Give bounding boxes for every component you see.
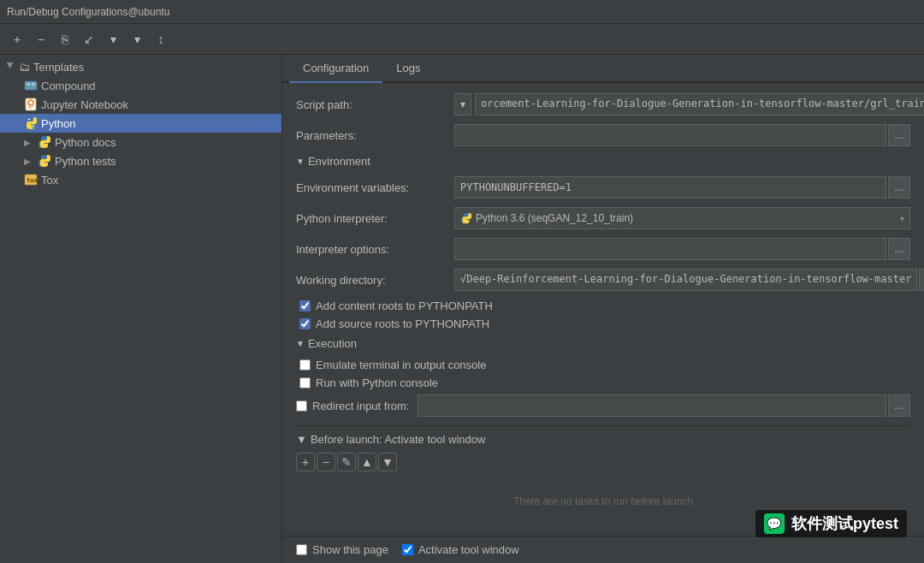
add-content-roots-checkbox[interactable]	[299, 300, 311, 311]
python-interpreter-icon	[460, 212, 472, 224]
emulate-terminal-label: Emulate terminal in output console	[316, 359, 486, 371]
script-path-dropdown[interactable]: ▾	[454, 93, 471, 116]
right-panel: Configuration Logs Script path: ▾ orceme…	[282, 55, 924, 563]
no-tasks-text: There are no tasks to run before launch	[513, 495, 693, 507]
add-source-roots-label: Add source roots to PYTHONPATH	[316, 317, 489, 330]
script-path-row: Script path: ▾ orcement-Learning-for-Dia…	[296, 93, 910, 116]
svg-rect-2	[32, 83, 35, 86]
before-launch-arrow: ▼	[296, 433, 307, 446]
tree-item-compound[interactable]: Compound	[0, 76, 281, 95]
run-python-console-label: Run with Python console	[316, 376, 438, 389]
environment-arrow: ▼	[296, 157, 305, 166]
script-path-label: Script path:	[296, 98, 454, 111]
env-vars-browse-btn[interactable]: …	[888, 176, 910, 199]
working-dir-value[interactable]: √Deep-Reinforcement-Learning-for-Dialogu…	[454, 269, 917, 291]
compound-icon	[24, 79, 38, 92]
python-interpreter-value: Python 3.6 (seqGAN_12_10_train)	[476, 212, 633, 224]
env-vars-label: Environment variables:	[296, 181, 454, 194]
tab-logs[interactable]: Logs	[382, 55, 434, 83]
script-path-value[interactable]: orcement-Learning-for-Dialogue-Generatio…	[475, 93, 924, 116]
toolbar-sort-btn[interactable]: ↕	[151, 29, 171, 50]
parameters-input-wrap: …	[454, 124, 910, 146]
tree-item-python-tests[interactable]: ▶ Python tests	[0, 151, 281, 170]
redirect-input-input[interactable]	[418, 394, 886, 417]
toolbar-add-btn[interactable]: +	[7, 29, 27, 50]
add-content-roots-label: Add content roots to PYTHONPATH	[316, 299, 493, 312]
titlebar-title: Run/Debug Configurations@ubuntu	[7, 6, 169, 18]
working-dir-row: Working directory: √Deep-Reinforcement-L…	[296, 269, 910, 291]
toolbar-back-btn[interactable]: ↙	[79, 29, 99, 50]
python-docs-label: Python docs	[55, 136, 116, 149]
svg-rect-0	[25, 81, 37, 90]
tree-item-jupyter[interactable]: Jupyter Notebook	[0, 95, 281, 114]
interpreter-options-input[interactable]	[454, 238, 886, 260]
add-source-roots-checkbox[interactable]	[299, 318, 311, 329]
interpreter-options-row: Interpreter options: …	[296, 238, 910, 260]
env-vars-input[interactable]	[454, 176, 886, 199]
before-launch-up-btn[interactable]: ▲	[358, 453, 376, 471]
tox-icon: tox	[24, 173, 38, 187]
interpreter-options-wrap: …	[454, 238, 910, 260]
execution-section-header[interactable]: ▼ Execution	[296, 337, 910, 350]
run-python-console-checkbox[interactable]	[299, 377, 311, 388]
interpreter-options-label: Interpreter options:	[296, 243, 454, 256]
toolbar: + − ⎘ ↙ ▾ ▾ ↕	[0, 24, 924, 55]
env-vars-input-wrap: …	[454, 176, 910, 199]
redirect-input-checkbox[interactable]	[296, 400, 307, 412]
environment-section-header[interactable]: ▼ Environment	[296, 155, 910, 168]
python-tests-label: Python tests	[55, 155, 116, 168]
python-docs-arrow: ▶	[24, 138, 34, 147]
python-tests-icon	[38, 154, 51, 168]
before-launch-header: ▼ Before launch: Activate tool window	[296, 433, 910, 446]
python-interpreter-row: Python interpreter: Python 3.6 (seqGAN_1…	[296, 207, 910, 229]
working-dir-browse-btn[interactable]: …	[919, 269, 924, 291]
tree-root-label: Templates	[33, 61, 84, 74]
show-page-checkbox[interactable]	[296, 544, 307, 555]
expand-arrow: ▶	[6, 62, 15, 73]
wechat-symbol: 💬	[767, 517, 781, 530]
toolbar-dropdown-btn2[interactable]: ▾	[127, 29, 147, 50]
interpreter-dropdown-arrow: ▾	[900, 214, 904, 223]
interpreter-options-browse-btn[interactable]: …	[888, 238, 910, 260]
main-layout: ▶ 🗂 Templates Compound Jupyter Notebook	[0, 55, 924, 563]
redirect-input-row: Redirect input from: …	[296, 394, 910, 417]
tree-item-python[interactable]: Python	[0, 114, 281, 133]
show-page-wrap: Show this page	[296, 543, 388, 556]
before-launch-down-btn[interactable]: ▼	[378, 453, 397, 471]
tox-label: Tox	[41, 174, 58, 187]
bottom-bar: Show this page Activate tool window	[282, 536, 924, 563]
parameters-input[interactable]	[454, 124, 886, 146]
toolbar-remove-btn[interactable]: −	[31, 29, 51, 50]
svg-point-7	[28, 119, 30, 121]
redirect-input-wrap: …	[418, 394, 910, 417]
add-source-roots-row: Add source roots to PYTHONPATH	[296, 317, 910, 330]
watermark-text: 软件测试pytest	[791, 513, 898, 534]
emulate-terminal-checkbox[interactable]	[299, 359, 311, 370]
tab-configuration[interactable]: Configuration	[289, 55, 382, 83]
tree-item-tox[interactable]: tox Tox	[0, 170, 281, 189]
add-content-roots-row: Add content roots to PYTHONPATH	[296, 299, 910, 312]
toolbar-dropdown-btn1[interactable]: ▾	[103, 29, 123, 50]
tree-root-templates[interactable]: ▶ 🗂 Templates	[0, 58, 281, 76]
before-launch-edit-btn[interactable]: ✎	[337, 453, 356, 471]
python-interpreter-dropdown[interactable]: Python 3.6 (seqGAN_12_10_train) ▾	[454, 207, 910, 229]
parameters-browse-btn[interactable]: …	[888, 124, 910, 146]
before-launch-remove-btn[interactable]: −	[317, 453, 335, 471]
script-path-input-wrap: orcement-Learning-for-Dialogue-Generatio…	[475, 93, 924, 116]
redirect-input-browse-btn[interactable]: …	[888, 394, 910, 417]
python-tests-arrow: ▶	[24, 157, 34, 166]
titlebar: Run/Debug Configurations@ubuntu	[0, 0, 924, 24]
watermark: 💬 软件测试pytest	[755, 510, 907, 537]
jupyter-label: Jupyter Notebook	[41, 98, 128, 111]
svg-point-8	[32, 127, 33, 128]
left-panel: ▶ 🗂 Templates Compound Jupyter Notebook	[0, 55, 282, 563]
env-vars-row: Environment variables: …	[296, 176, 910, 199]
python-label: Python	[41, 117, 75, 130]
svg-rect-1	[27, 83, 30, 86]
tree-item-python-docs[interactable]: ▶ Python docs	[0, 133, 281, 151]
before-launch-toolbar: + − ✎ ▲ ▼	[296, 453, 910, 471]
toolbar-copy-btn[interactable]: ⎘	[55, 29, 75, 50]
before-launch-add-btn[interactable]: +	[296, 453, 315, 471]
working-dir-label: Working directory:	[296, 274, 454, 287]
activate-tool-window-checkbox[interactable]	[402, 544, 413, 555]
